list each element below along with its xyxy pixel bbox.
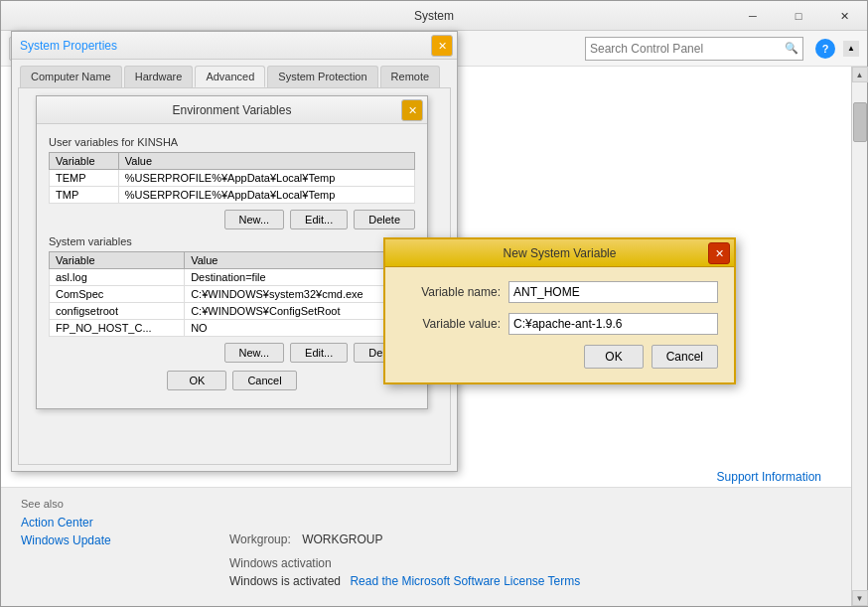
close-button[interactable]: ✕ [821, 1, 867, 31]
window-title: System [414, 9, 454, 23]
user-var-buttons: New... Edit... Delete [49, 210, 415, 229]
user-var-tmp-value: %USERPROFILE%¥AppData¥Local¥Temp [118, 187, 414, 204]
scroll-down-arrow[interactable]: ▼ [852, 590, 868, 606]
help-button[interactable]: ? [815, 39, 835, 59]
new-var-title: New System Variable [504, 246, 617, 260]
workgroup-value: WORKGROUP [302, 532, 382, 546]
system-vars-label: System variables [49, 235, 415, 247]
system-props-title: System Properties [20, 39, 117, 53]
user-var-tmp-name: TMP [50, 187, 119, 204]
new-var-content: Variable name: Variable value: OK Cancel [385, 267, 734, 382]
new-var-title-bar: New System Variable ✕ [385, 239, 734, 267]
search-icon: 🔍 [785, 42, 798, 55]
see-also-label: See also [21, 498, 831, 510]
sys-var-new-btn[interactable]: New... [224, 343, 285, 363]
user-var-edit-btn[interactable]: Edit... [290, 210, 348, 229]
user-var-temp-value: %USERPROFILE%¥AppData¥Local¥Temp [118, 170, 414, 187]
new-var-ok-cancel: OK Cancel [401, 345, 718, 369]
sys-var-fpnohost-value: NO [185, 320, 415, 337]
user-vars-label: User variables for KINSHA [49, 136, 415, 148]
tab-advanced[interactable]: Advanced [195, 66, 265, 87]
user-var-row-temp[interactable]: TEMP %USERPROFILE%¥AppData¥Local¥Temp [50, 170, 415, 187]
bottom-panel: See also Action Center Windows Update [1, 487, 851, 606]
env-content: User variables for KINSHA Variable Value… [37, 124, 427, 408]
env-close-btn[interactable]: ✕ [401, 99, 423, 121]
system-vars-table: Variable Value asl.log Destination=file … [49, 251, 415, 337]
tab-remote[interactable]: Remote [380, 66, 441, 87]
env-cancel-btn[interactable]: Cancel [232, 371, 296, 390]
minimize-button[interactable]: ─ [730, 1, 776, 31]
sys-var-col-value: Value [185, 252, 415, 269]
sys-var-row-fpnohost[interactable]: FP_NO_HOST_C... NO [50, 320, 415, 337]
new-system-variable-dialog: New System Variable ✕ Variable name: Var… [383, 237, 736, 384]
scroll-up-button[interactable]: ▲ [843, 41, 859, 57]
scroll-thumb[interactable] [853, 102, 867, 142]
title-bar: System ─ □ ✕ [1, 1, 867, 31]
variable-name-label: Variable name: [401, 285, 501, 299]
search-input[interactable] [590, 42, 785, 56]
sys-var-fpnohost-name: FP_NO_HOST_C... [50, 320, 185, 337]
activation-link[interactable]: Read the Microsoft Software License Term… [350, 574, 580, 588]
variable-name-row: Variable name: [401, 281, 718, 303]
workgroup-label: Workgroup: [229, 532, 291, 546]
action-center-link[interactable]: Action Center [21, 516, 831, 530]
scrollbar: ▲ ▼ [851, 67, 867, 606]
user-var-col-value: Value [118, 153, 414, 170]
system-props-close-btn[interactable]: ✕ [431, 35, 453, 57]
windows-update-link[interactable]: Windows Update [21, 533, 831, 547]
windows-activation-header: Windows activation [229, 556, 580, 570]
user-var-row-tmp[interactable]: TMP %USERPROFILE%¥AppData¥Local¥Temp [50, 187, 415, 204]
system-var-buttons: New... Edit... Delete [49, 343, 415, 363]
variable-value-input[interactable] [508, 313, 718, 335]
user-vars-table: Variable Value TEMP %USERPROFILE%¥AppDat… [49, 152, 415, 204]
search-box: 🔍 [585, 37, 803, 61]
maximize-button[interactable]: □ [776, 1, 821, 31]
system-props-title-bar: System Properties ✕ [12, 32, 457, 60]
sys-var-configsetroot-name: configsetroot [50, 303, 185, 320]
sys-var-row-configsetroot[interactable]: configsetroot C:¥WINDOWS¥ConfigSetRoot [50, 303, 415, 320]
system-window: System ─ □ ✕ ◀ ▶ ▾ ↻ 🔍 ? ▲ ur computer [0, 0, 868, 607]
workgroup-area: Workgroup: WORKGROUP [229, 532, 383, 546]
tabs-bar: Computer Name Hardware Advanced System P… [12, 60, 457, 87]
sys-var-col-variable: Variable [50, 252, 185, 269]
sys-var-row-asl[interactable]: asl.log Destination=file [50, 269, 415, 286]
env-ok-btn[interactable]: OK [167, 371, 226, 390]
sys-var-asl-value: Destination=file [185, 269, 415, 286]
user-var-new-btn[interactable]: New... [224, 210, 285, 229]
new-var-ok-btn[interactable]: OK [584, 345, 643, 369]
sys-var-row-comspec[interactable]: ComSpec C:¥WINDOWS¥system32¥cmd.exe [50, 286, 415, 303]
variable-name-input[interactable] [508, 281, 718, 303]
env-ok-cancel-buttons: OK Cancel [49, 371, 415, 390]
user-var-col-variable: Variable [50, 153, 119, 170]
sys-var-edit-btn[interactable]: Edit... [290, 343, 348, 363]
new-var-close-btn[interactable]: ✕ [708, 242, 730, 264]
sys-var-comspec-name: ComSpec [50, 286, 185, 303]
user-var-delete-btn[interactable]: Delete [354, 210, 415, 229]
variable-value-row: Variable value: [401, 313, 718, 335]
env-dialog: Environment Variables ✕ User variables f… [36, 95, 428, 409]
sys-var-asl-name: asl.log [50, 269, 185, 286]
tab-computer-name[interactable]: Computer Name [20, 66, 122, 87]
sys-var-comspec-value: C:¥WINDOWS¥system32¥cmd.exe [185, 286, 415, 303]
activated-label: Windows is activated [229, 574, 341, 588]
tab-hardware[interactable]: Hardware [124, 66, 194, 87]
scroll-up-arrow[interactable]: ▲ [852, 67, 868, 82]
variable-value-label: Variable value: [401, 317, 501, 331]
windows-activated-area: Windows activation Windows is activated … [229, 556, 580, 588]
window-controls: ─ □ ✕ [730, 1, 867, 31]
new-var-cancel-btn[interactable]: Cancel [651, 345, 718, 369]
env-title: Environment Variables [173, 103, 292, 117]
sys-var-configsetroot-value: C:¥WINDOWS¥ConfigSetRoot [185, 303, 415, 320]
env-title-bar: Environment Variables ✕ [37, 96, 427, 124]
tab-system-protection[interactable]: System Protection [267, 66, 377, 87]
support-info-link[interactable]: Support Information [717, 470, 821, 484]
user-var-temp-name: TEMP [50, 170, 119, 187]
